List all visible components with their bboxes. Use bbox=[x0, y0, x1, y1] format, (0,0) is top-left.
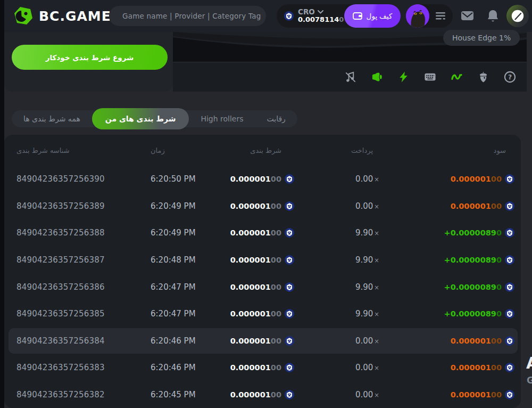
col-header-bet: شرط بندی bbox=[214, 146, 294, 154]
bet-amount: 0.00000100 bbox=[214, 309, 294, 319]
bet-controls-panel: شروع شرط بندی خودکار bbox=[4, 32, 173, 92]
payout-multiplier: 9.90× bbox=[294, 228, 379, 238]
main-content: شروع شرط بندی خودکار bbox=[4, 32, 532, 408]
cro-coin-icon bbox=[285, 201, 294, 211]
bet-amount: 0.00000100 bbox=[214, 363, 294, 372]
mail-icon[interactable] bbox=[460, 9, 475, 22]
tabs: همه شرط بندی هاشرط بندی های منHigh rolle… bbox=[12, 110, 297, 127]
col-header-bet-id: شناسه شرط بندی bbox=[16, 146, 151, 154]
cro-coin-icon bbox=[285, 309, 294, 319]
window-edge bbox=[0, 0, 4, 408]
table-row[interactable]: 84904236357256383 6:20:46 PM 0.00000100 … bbox=[4, 354, 521, 381]
table-row[interactable]: 84904236357256384 6:20:46 PM 0.00000100 … bbox=[4, 328, 521, 355]
bet-amount: 0.00000100 bbox=[214, 201, 294, 211]
cro-coin-icon bbox=[505, 363, 514, 372]
payout-multiplier: 0.00× bbox=[294, 201, 379, 211]
table-row[interactable]: 84904236357256382 6:20:45 PM 0.00000100 … bbox=[4, 381, 521, 408]
game-toolbar: ? bbox=[173, 62, 527, 92]
payout-multiplier: 9.90× bbox=[294, 309, 379, 319]
profile-pill bbox=[406, 4, 453, 28]
house-edge-tooltip: House Edge 1% bbox=[443, 30, 520, 46]
svg-text:?: ? bbox=[508, 73, 512, 81]
table-row[interactable]: 84904236357256388 6:20:49 PM 0.00000100 … bbox=[4, 219, 521, 247]
payout-multiplier: 9.90× bbox=[294, 255, 379, 265]
search-input[interactable]: Game name | Provider | Category Tag bbox=[109, 6, 266, 26]
table-row[interactable]: 84904236357256386 6:20:47 PM 0.00000100 … bbox=[4, 273, 521, 300]
bet-amount: 0.00000100 bbox=[214, 255, 294, 265]
tab-3[interactable]: رقابت bbox=[255, 110, 297, 127]
balance-pill: CRO 0.00781140 کیف پول bbox=[277, 4, 401, 28]
cro-coin-icon bbox=[285, 363, 294, 372]
cro-coin-icon bbox=[285, 390, 294, 399]
start-autobet-button[interactable]: شروع شرط بندی خودکار bbox=[12, 45, 168, 70]
hotkeys-icon[interactable] bbox=[424, 71, 436, 83]
round-badge[interactable] bbox=[506, 5, 529, 27]
cro-coin-icon bbox=[285, 282, 294, 292]
chevron-down-icon bbox=[318, 10, 323, 14]
cro-coin-icon bbox=[505, 174, 514, 184]
bcgame-logo[interactable]: BC.GAME bbox=[14, 6, 111, 26]
bets-table: شناسه شرط بندی زمان شرط بندی پرداخت سود … bbox=[4, 135, 521, 408]
top-header: BC.GAME Game name | Provider | Category … bbox=[4, 0, 532, 32]
live-stats-icon[interactable] bbox=[451, 71, 463, 83]
bet-amount: 0.00000100 bbox=[214, 282, 294, 292]
bet-amount: 0.00000100 bbox=[214, 174, 294, 184]
profit-amount: +0.00000890 bbox=[379, 228, 514, 238]
cro-coin-icon bbox=[505, 228, 514, 238]
music-off-icon[interactable] bbox=[344, 71, 356, 83]
cro-coin-icon bbox=[505, 390, 514, 399]
cro-coin-icon bbox=[505, 336, 514, 346]
profit-amount: 0.00000100 bbox=[379, 174, 514, 184]
tab-1[interactable]: شرط بندی های من bbox=[92, 108, 189, 129]
payout-multiplier: 0.00× bbox=[294, 336, 379, 346]
bell-icon[interactable] bbox=[487, 9, 499, 23]
col-header-profit: سود bbox=[379, 146, 514, 154]
table-row[interactable]: 84904236357256390 6:20:50 PM 0.00000100 … bbox=[4, 166, 521, 193]
table-row[interactable]: 84904236357256385 6:20:47 PM 0.00000100 … bbox=[4, 300, 521, 328]
payout-multiplier: 9.90× bbox=[294, 282, 379, 292]
profit-amount: +0.00000890 bbox=[379, 282, 514, 292]
turbo-icon[interactable] bbox=[397, 71, 410, 83]
profit-amount: +0.00000890 bbox=[379, 255, 514, 265]
wallet-label: کیف پول bbox=[367, 12, 393, 20]
cro-coin-icon bbox=[505, 255, 514, 265]
seed-icon[interactable] bbox=[477, 71, 489, 83]
cro-coin-icon bbox=[285, 255, 294, 265]
cro-coin-icon bbox=[285, 228, 294, 238]
cro-coin-icon bbox=[505, 201, 514, 211]
cutoff-text-top: A bbox=[526, 354, 532, 372]
payout-multiplier: 0.00× bbox=[294, 174, 379, 184]
menu-icon[interactable] bbox=[436, 12, 445, 20]
cro-coin-icon bbox=[505, 282, 514, 292]
sound-icon[interactable] bbox=[371, 71, 383, 83]
cro-coin-icon bbox=[284, 11, 294, 21]
table-row[interactable]: 84904236357256389 6:20:49 PM 0.00000100 … bbox=[4, 193, 521, 220]
balance-amount: 0.00781140 bbox=[298, 16, 344, 24]
table-body: 84904236357256390 6:20:50 PM 0.00000100 … bbox=[4, 166, 521, 408]
table-row[interactable]: 84904236357256387 6:20:48 PM 0.00000100 … bbox=[4, 247, 521, 274]
brand-name: BC.GAME bbox=[39, 9, 111, 24]
help-icon[interactable]: ? bbox=[504, 71, 516, 83]
bet-amount: 0.00000100 bbox=[214, 228, 294, 238]
tab-0[interactable]: همه شرط بندی ها bbox=[12, 110, 92, 127]
col-header-time: زمان bbox=[151, 146, 214, 154]
bcgame-logo-icon bbox=[14, 6, 33, 26]
profit-amount: 0.00000100 bbox=[379, 363, 514, 372]
currency-selector[interactable]: CRO 0.00781140 bbox=[277, 8, 344, 24]
payout-multiplier: 0.00× bbox=[294, 390, 379, 399]
bet-amount: 0.00000100 bbox=[214, 390, 294, 399]
round-badge-icon bbox=[511, 10, 524, 22]
tab-2[interactable]: High rollers bbox=[189, 110, 255, 127]
profit-amount: +0.00000890 bbox=[379, 309, 514, 319]
profit-amount: 0.00000100 bbox=[379, 336, 514, 346]
cro-coin-icon bbox=[285, 336, 294, 346]
table-header-row: شناسه شرط بندی زمان شرط بندی پرداخت سود bbox=[4, 135, 521, 166]
cro-coin-icon bbox=[285, 174, 294, 184]
bet-amount: 0.00000100 bbox=[214, 336, 294, 346]
currency-code: CRO bbox=[298, 8, 315, 17]
wallet-button[interactable]: کیف پول bbox=[344, 4, 401, 28]
search-placeholder: Game name | Provider | Category Tag bbox=[122, 12, 261, 20]
avatar[interactable] bbox=[406, 4, 429, 28]
cutoff-text-bottom: G bbox=[527, 375, 532, 386]
col-header-payout: پرداخت bbox=[294, 146, 379, 154]
